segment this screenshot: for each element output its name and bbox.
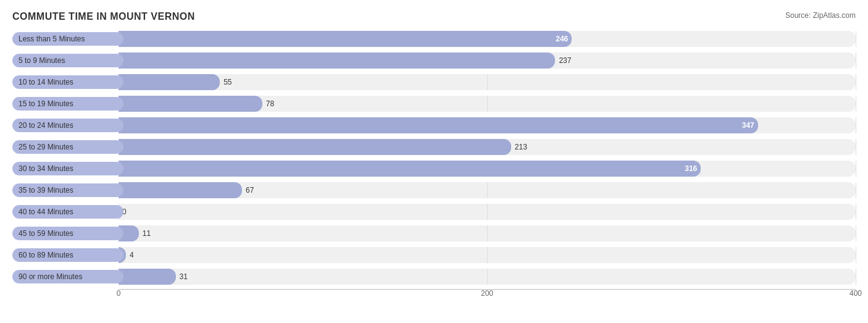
- chart-source: Source: ZipAtlas.com: [785, 11, 856, 20]
- bar-value: 4: [130, 251, 144, 259]
- bar-label: 25 to 29 Minutes: [12, 140, 123, 154]
- bar-label: 45 to 59 Minutes: [12, 227, 123, 240]
- chart-container: COMMUTE TIME IN MOUNT VERNON Source: Zip…: [0, 0, 868, 323]
- bar-track: 0: [119, 204, 856, 220]
- bar-track: 316: [119, 161, 856, 177]
- chart-body: Less than 5 Minutes2465 to 9 Minutes2371…: [12, 28, 856, 304]
- bar-row: 35 to 39 Minutes67: [12, 180, 856, 200]
- bar-row: 30 to 34 Minutes316: [12, 158, 856, 178]
- bar-label: Less than 5 Minutes: [12, 32, 123, 46]
- bar-row: 60 to 89 Minutes4: [12, 245, 856, 265]
- bar-row: 5 to 9 Minutes237: [12, 50, 856, 70]
- bar-value: 31: [180, 272, 194, 281]
- bar-value: 67: [246, 186, 261, 195]
- bar-row: 45 to 59 Minutes11: [12, 223, 856, 243]
- bar-value-inside: 347: [742, 121, 754, 130]
- x-tick-400: 400: [849, 289, 862, 298]
- x-tick-200: 200: [481, 289, 493, 298]
- bar-track: 31: [119, 269, 856, 285]
- bar-track: 237: [119, 52, 856, 69]
- bar-fill: 316: [119, 161, 701, 177]
- bar-fill: 31: [119, 269, 176, 285]
- bar-label: 15 to 19 Minutes: [12, 97, 123, 111]
- bar-fill: 347: [119, 117, 758, 133]
- bar-track: 4: [119, 247, 856, 263]
- bar-track: 347: [119, 117, 856, 133]
- bar-label: 20 to 24 Minutes: [12, 119, 123, 132]
- bar-track: 78: [119, 96, 856, 112]
- bar-row: 20 to 24 Minutes347: [12, 115, 856, 135]
- bar-label: 30 to 34 Minutes: [12, 162, 123, 175]
- bar-row: 10 to 14 Minutes55: [12, 72, 856, 92]
- chart-title: COMMUTE TIME IN MOUNT VERNON: [12, 11, 195, 22]
- x-tick-0: 0: [117, 289, 121, 298]
- bar-track: 246: [119, 31, 856, 47]
- bar-value: 11: [143, 229, 157, 238]
- bar-value: 78: [266, 99, 281, 108]
- bar-label: 60 to 89 Minutes: [12, 248, 123, 262]
- bar-label: 5 to 9 Minutes: [12, 54, 123, 67]
- bar-value: 55: [223, 78, 238, 86]
- bar-row: 15 to 19 Minutes78: [12, 93, 856, 114]
- bar-label: 35 to 39 Minutes: [12, 183, 123, 197]
- bar-value: 213: [515, 143, 530, 151]
- bar-value: 0: [122, 208, 137, 216]
- bars-container: Less than 5 Minutes2465 to 9 Minutes2371…: [12, 28, 856, 287]
- bar-track: 55: [119, 74, 856, 90]
- bar-fill: 78: [119, 96, 262, 112]
- bar-track: 67: [119, 182, 856, 198]
- bar-label: 90 or more Minutes: [12, 270, 123, 283]
- bar-fill: 55: [119, 74, 220, 90]
- bar-row: 40 to 44 Minutes0: [12, 201, 856, 222]
- bar-value: 237: [559, 56, 574, 65]
- bar-track: 11: [119, 225, 856, 241]
- bar-label: 10 to 14 Minutes: [12, 75, 123, 89]
- bar-row: Less than 5 Minutes246: [12, 28, 856, 49]
- bar-value-inside: 246: [556, 35, 568, 43]
- bar-fill: 246: [119, 31, 572, 47]
- bar-fill: 213: [119, 139, 511, 155]
- bar-row: 25 to 29 Minutes213: [12, 136, 856, 157]
- bar-row: 90 or more Minutes31: [12, 266, 856, 287]
- bar-label: 40 to 44 Minutes: [12, 205, 123, 219]
- bar-fill: 67: [119, 182, 242, 198]
- bar-fill: 237: [119, 52, 555, 69]
- bar-track: 213: [119, 139, 856, 155]
- bar-value-inside: 316: [685, 164, 697, 173]
- x-axis: 0 200 400: [119, 289, 856, 304]
- chart-header: COMMUTE TIME IN MOUNT VERNON Source: Zip…: [12, 11, 856, 22]
